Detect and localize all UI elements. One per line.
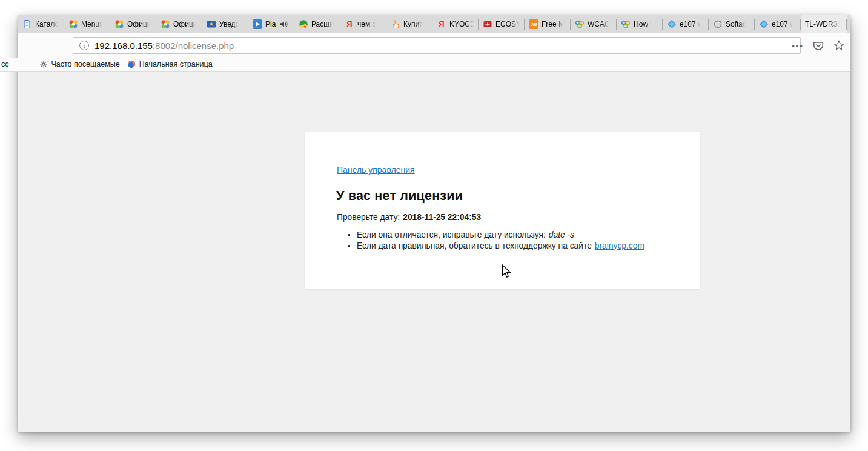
pocket-icon[interactable] [810, 38, 826, 53]
tab-title: Офици [173, 20, 197, 28]
bookmarks-toolbar: сс Часто посещаемые Начальная страница [0, 58, 850, 72]
tab-title: Menus [81, 20, 103, 28]
tab-title: Уведо [219, 20, 239, 28]
tab-title: WCAG [588, 20, 610, 28]
bookmark-star-icon[interactable] [831, 38, 847, 53]
firefox-icon [127, 60, 136, 68]
browser-tab[interactable]: Softac [709, 15, 755, 33]
browser-tab[interactable]: Я чем о [340, 15, 386, 33]
catalog-icon [22, 19, 32, 29]
tab-title: Катало [35, 20, 59, 28]
browser-tab[interactable]: How t [617, 15, 663, 33]
tab-title: Softac [726, 20, 746, 28]
date-value: 2018-11-25 22:04:53 [403, 213, 481, 222]
browser-tab[interactable]: Расши [294, 15, 340, 33]
brainycp-link[interactable]: brainycp.com [595, 241, 644, 250]
control-panel-link[interactable]: Панель управления [337, 165, 415, 175]
yandex-icon: Я [345, 19, 354, 29]
browser-tab[interactable]: JM Free M [525, 15, 571, 33]
jm-icon: JM [529, 19, 538, 29]
tab-title: Free M [542, 20, 565, 28]
circles-icon [621, 19, 631, 29]
url-text: 192.168.0.155:8002/nolicense.php [94, 41, 234, 51]
svg-text:JM: JM [531, 22, 537, 27]
browser-tab[interactable]: Купит [386, 15, 432, 33]
ecosys-icon [483, 19, 492, 29]
bookmark-item-partial[interactable]: сс [1, 60, 9, 68]
tab-title: Pla [265, 20, 276, 28]
e107-icon [759, 19, 769, 29]
bookmark-item-home[interactable]: Начальная страница [124, 58, 216, 71]
browser-tab[interactable]: Menus [64, 15, 110, 33]
url-bar[interactable]: i 192.168.0.155:8002/nolicense.php [73, 37, 801, 54]
joomla-icon [68, 19, 78, 29]
browser-tab[interactable]: WCAG [571, 15, 617, 33]
hand-icon [391, 19, 400, 29]
instructions-list: Если она отличается, исправьте дату испо… [305, 230, 700, 251]
browser-tab[interactable]: Офици [110, 15, 156, 33]
mouse-cursor [502, 264, 511, 281]
browser-window: Катало Menus Офици Офици Уведо Pla Расши [18, 15, 850, 432]
browser-tab[interactable]: Катало [18, 15, 64, 33]
bookmark-label: Начальная страница [139, 60, 213, 68]
list-item: Если она отличается, исправьте дату испо… [357, 230, 700, 241]
browser-tab[interactable]: Я KYOCE [432, 15, 479, 33]
browser-tab[interactable]: e107 v [755, 15, 801, 33]
bookmark-label: Часто посещаемые [51, 60, 120, 68]
e107-icon [667, 19, 677, 29]
tab-title: Расши [311, 20, 334, 28]
badge-icon [207, 19, 216, 29]
tab-audio-icon[interactable] [279, 19, 288, 29]
tab-title: TL-WDR36 [805, 20, 841, 28]
page-actions-icon[interactable]: ••• [790, 38, 806, 53]
tab-bar: Катало Menus Офици Офици Уведо Pla Расши [18, 15, 850, 33]
navigation-toolbar: i 192.168.0.155:8002/nolicense.php ••• [18, 33, 850, 58]
tab-title: How t [634, 20, 652, 28]
check-date-text: Проверьте дату:2018-11-25 22:04:53 [337, 213, 700, 222]
page-viewport: Панель управления У вас нет лицензии Про… [18, 72, 850, 432]
browser-tab[interactable]: Офици [156, 15, 202, 33]
date-command: date -s [549, 230, 574, 239]
tab-title: ECOSY [495, 20, 521, 28]
list-item: Если дата правильная, обратитесь в техпо… [357, 241, 700, 252]
browser-tab[interactable]: TL-WDR36 [801, 15, 847, 33]
browser-tab[interactable]: Pla [248, 15, 294, 33]
joomla-icon [114, 19, 124, 29]
play-icon [253, 19, 262, 29]
tab-title: чем о [357, 20, 376, 28]
tab-title: e107 v [680, 20, 701, 28]
bookmark-item-frequent[interactable]: Часто посещаемые [36, 58, 124, 71]
joomla-icon [161, 19, 170, 29]
browser-tab[interactable]: ECOSY [479, 15, 525, 33]
yandex-icon: Я [437, 19, 446, 29]
softaculous-icon [713, 19, 723, 29]
gear-icon [39, 60, 48, 68]
tab-title: Купит [403, 20, 423, 28]
tab-title: e107 v [772, 20, 793, 28]
browser-tab[interactable]: Уведо [202, 15, 248, 33]
tab-title: Офици [127, 20, 151, 28]
globe-icon [299, 19, 308, 29]
site-info-icon[interactable]: i [79, 41, 89, 50]
circles-icon [575, 19, 585, 29]
page-title: У вас нет лицензии [336, 189, 700, 204]
tab-title: KYOCE [449, 20, 475, 28]
browser-tab[interactable]: e107 v [663, 15, 709, 33]
